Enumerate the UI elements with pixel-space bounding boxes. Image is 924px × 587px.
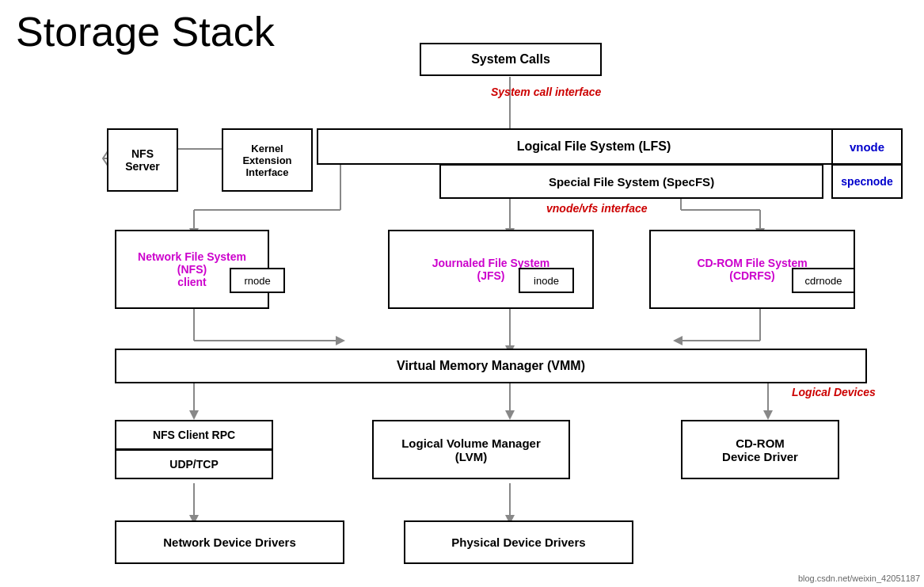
udp-tcp-label: UDP/TCP — [169, 458, 218, 471]
lvm-box: Logical Volume Manager(LVM) — [372, 420, 570, 479]
logical-devices-label: Logical Devices — [792, 386, 876, 398]
spec-fs-box: Special File System (SpecFS) — [439, 164, 823, 199]
specnode-box: specnode — [831, 164, 903, 199]
net-drivers-label: Network Device Drivers — [163, 536, 296, 549]
lvm-label: Logical Volume Manager(LVM) — [401, 436, 541, 463]
vnode-vfs-label: vnode/vfs interface — [546, 202, 648, 215]
lfs-label: Logical File System (LFS) — [517, 139, 671, 154]
vmm-box: Virtual Memory Manager (VMM) — [115, 349, 867, 383]
udp-tcp-box: UDP/TCP — [115, 449, 273, 479]
nfs-rpc-label: NFS Client RPC — [153, 429, 235, 441]
kernel-ext-label: KernelExtensionInterface — [242, 143, 291, 178]
nfs-server-label: NFSServer — [125, 147, 160, 173]
lfs-box: Logical File System (LFS) — [317, 128, 871, 165]
cdrnode-label: cdrnode — [805, 275, 842, 287]
rnode-label: rnode — [244, 275, 270, 287]
system-calls-label: System Calls — [471, 52, 550, 67]
vnode-label: vnode — [850, 140, 884, 154]
inode-box: inode — [519, 268, 574, 293]
svg-marker-19 — [673, 336, 683, 345]
rnode-box: rnode — [230, 268, 285, 293]
nfs-server-box: NFSServer — [107, 128, 178, 192]
vmm-label: Virtual Memory Manager (VMM) — [397, 359, 585, 373]
cdrfs-label: CD-ROM File System(CDRFS) — [697, 257, 807, 282]
svg-marker-23 — [505, 410, 515, 420]
spec-fs-label: Special File System (SpecFS) — [549, 175, 714, 189]
svg-marker-14 — [336, 336, 345, 345]
phys-drivers-label: Physical Device Drivers — [451, 536, 585, 549]
cdrom-driver-box: CD-ROMDevice Driver — [681, 420, 839, 479]
system-calls-box: System Calls — [420, 43, 602, 76]
page-title: Storage Stack — [16, 8, 275, 55]
specnode-label: specnode — [841, 175, 892, 188]
watermark: blog.csdn.net/weixin_42051187 — [798, 574, 920, 583]
cdrnode-box: cdrnode — [792, 268, 855, 293]
phys-drivers-box: Physical Device Drivers — [404, 520, 633, 564]
cdrom-driver-label: CD-ROMDevice Driver — [722, 436, 798, 463]
net-drivers-box: Network Device Drivers — [115, 520, 344, 564]
inode-label: inode — [534, 275, 559, 287]
svg-marker-25 — [763, 410, 773, 420]
vnode-box: vnode — [831, 128, 903, 165]
kernel-ext-box: KernelExtensionInterface — [222, 128, 313, 192]
svg-marker-21 — [189, 410, 199, 420]
nfs-rpc-box: NFS Client RPC — [115, 420, 273, 450]
system-call-interface-label: System call interface — [491, 86, 601, 98]
